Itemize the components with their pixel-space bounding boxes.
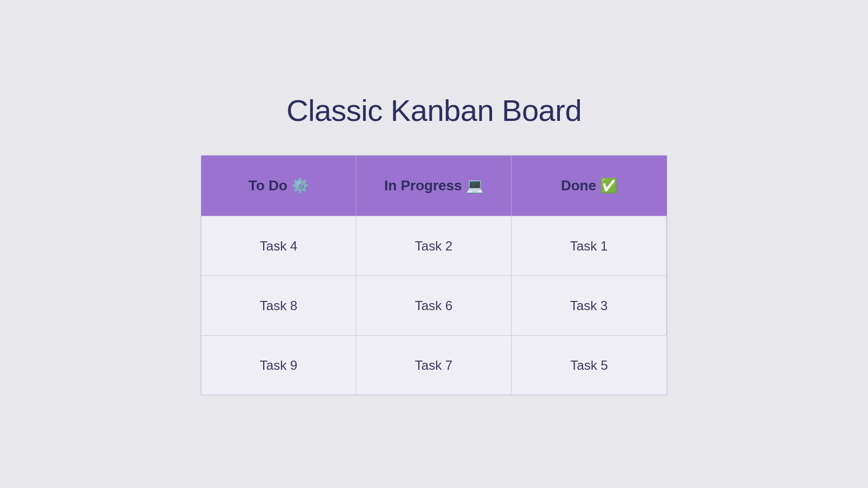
gear-icon: ⚙️ [291,177,309,194]
table-row: Task 3 [512,275,667,335]
table-row: Task 5 [512,335,667,395]
column-header-todo: To Do ⚙️ [201,156,356,216]
kanban-body: Task 4 Task 2 Task 1 Task 8 Task 6 Task … [201,216,667,395]
column-header-done: Done ✅ [512,156,667,216]
task-label: Task 6 [415,298,452,313]
kanban-board: To Do ⚙️ In Progress 💻 Done ✅ Task 4 Tas… [201,155,667,395]
table-row: Task 4 [201,216,356,275]
todo-label: To Do [248,177,288,194]
task-label: Task 2 [415,239,452,254]
in-progress-label: In Progress [384,177,462,194]
table-row: Task 2 [356,216,512,275]
table-row: Task 6 [356,275,512,335]
checkmark-icon: ✅ [600,177,617,194]
laptop-icon: 💻 [466,177,483,194]
task-label: Task 8 [260,298,297,313]
page-title: Classic Kanban Board [286,93,582,128]
table-row: Task 7 [356,335,512,395]
task-label: Task 3 [570,298,608,313]
task-label: Task 1 [570,239,608,254]
kanban-header: To Do ⚙️ In Progress 💻 Done ✅ [201,156,667,216]
task-label: Task 4 [260,239,297,254]
table-row: Task 9 [201,335,356,395]
done-label: Done [561,177,596,194]
task-label: Task 7 [415,358,452,373]
table-row: Task 8 [201,275,356,335]
column-header-in-progress: In Progress 💻 [356,156,512,216]
task-label: Task 9 [260,358,297,373]
table-row: Task 1 [512,216,667,275]
task-label: Task 5 [570,358,608,373]
